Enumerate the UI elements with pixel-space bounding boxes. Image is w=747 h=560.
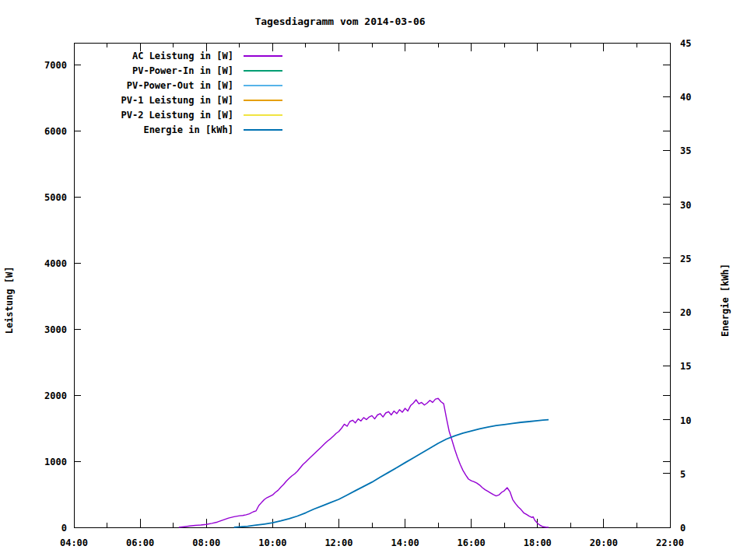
y-left-tick-label: 3000 [44, 324, 67, 335]
x-tick-label: 14:00 [391, 537, 419, 548]
x-tick-label: 08:00 [192, 537, 220, 548]
y-left-tick-label: 4000 [44, 258, 67, 269]
legend-label: PV-2 Leistung in [W] [121, 110, 234, 121]
y-right-tick-label: 5 [680, 469, 686, 480]
chart-page: Tagesdiagramm vom 2014-03-06 Leistung [W… [0, 0, 747, 560]
x-tick-label: 16:00 [458, 537, 486, 548]
y-right-tick-label: 10 [680, 415, 691, 426]
y-left-tick-label: 0 [61, 523, 67, 534]
y-right-axis-label: Energie [kWh] [720, 264, 731, 337]
x-tick-label: 20:00 [590, 537, 618, 548]
y-right-tick-label: 15 [680, 361, 691, 372]
legend-label: PV-Power-In in [W] [132, 65, 233, 76]
chart-title: Tagesdiagramm vom 2014-03-06 [254, 16, 425, 27]
x-tick-label: 04:00 [60, 537, 88, 548]
x-tick-label: 10:00 [258, 537, 286, 548]
y-right-tick-label: 30 [680, 200, 691, 211]
y-left-axis-label: Leistung [W] [4, 267, 15, 334]
x-tick-label: 22:00 [656, 537, 684, 548]
y-left-tick-label: 5000 [44, 192, 67, 203]
y-right-tick-label: 25 [680, 254, 691, 264]
legend-label: PV-Power-Out in [W] [127, 80, 233, 91]
legend-label: PV-1 Leistung in [W] [121, 95, 234, 106]
legend: AC Leistung in [W]PV-Power-In in [W]PV-P… [121, 51, 283, 135]
y-right-tick-label: 45 [680, 38, 691, 49]
x-tick-label: 18:00 [524, 537, 552, 548]
y-left-tick-label: 6000 [44, 126, 67, 137]
y-right-tick-label: 20 [680, 307, 691, 318]
x-tick-label: 06:00 [126, 537, 154, 548]
x-tick-label: 12:00 [324, 537, 352, 548]
y-right-tick-label: 40 [680, 92, 691, 103]
daily-pv-chart: Tagesdiagramm vom 2014-03-06 Leistung [W… [0, 0, 747, 560]
series-kWh-line [234, 420, 549, 527]
series-W-line [179, 398, 549, 527]
legend-label: Energie in [kWh] [143, 124, 233, 135]
y-left-tick-label: 1000 [44, 457, 67, 467]
legend-label: AC Leistung in [W] [132, 51, 233, 61]
y-left-tick-label: 7000 [44, 60, 67, 71]
y-left-tick-label: 2000 [44, 390, 67, 401]
y-right-tick-label: 35 [680, 145, 691, 156]
y-right-tick-label: 0 [680, 523, 686, 534]
